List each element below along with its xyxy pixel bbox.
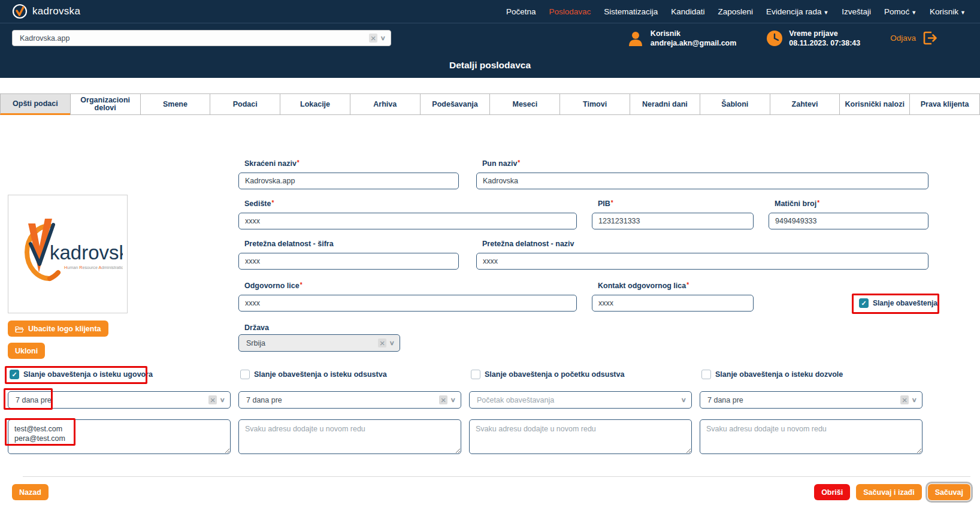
login-time-info: Vreme prijave 08.11.2023. 07:38:43 [766,29,860,48]
notif-leave-expiry-emails[interactable] [238,419,461,454]
logout-button[interactable]: Odjava [890,30,938,46]
full-name-label: Pun naziv* [482,159,520,168]
nav-item-izvestaji[interactable]: Izveštaji [842,7,871,16]
country-select[interactable]: Srbija × ∨ [238,334,400,352]
full-name-input[interactable] [476,173,928,189]
notif-leave-start-period-select[interactable]: Početak obaveštavanja ∨ [469,391,692,409]
country-label: Država [244,323,269,332]
short-name-input[interactable] [238,173,459,189]
responsible-contact-input[interactable] [592,295,754,312]
clear-icon[interactable]: × [378,338,387,347]
clock-icon [766,30,783,47]
required-asterisk: * [297,159,300,166]
reg-number-label: Matični broj* [775,199,819,208]
login-time-value: 08.11.2023. 07:38:43 [789,38,860,48]
reg-number-input[interactable] [769,213,928,229]
tab-opsti-podaci[interactable]: Opšti podaci [0,93,71,115]
tab-organizacioni-delovi[interactable]: Organizacioni delovi [70,93,141,115]
nav-item-pomoc[interactable]: Pomoć▼ [884,7,917,16]
employer-details-page: kadrovska Početna Poslodavac Sistematiza… [0,0,980,517]
nav-item-zaposleni[interactable]: Zaposleni [718,7,754,16]
responsible-person-input[interactable] [238,295,577,312]
required-asterisk: * [817,199,819,206]
pib-input[interactable] [592,213,754,229]
user-info: Korisnik andreja.akn@gmail.com [627,29,737,48]
chevron-down-icon: ▼ [911,10,917,16]
notif-contract-expiry-period-select[interactable]: 7 dana pre × ∨ [8,391,231,409]
nav-item-pocetna[interactable]: Početna [506,7,536,16]
chevron-down-icon[interactable]: ∨ [380,35,386,42]
back-button[interactable]: Nazad [12,484,49,500]
nav-item-sistematizacija[interactable]: Sistematizacija [604,7,658,16]
brand-name: kadrovska [32,5,80,17]
tab-neradni-dani[interactable]: Neradni dani [630,93,700,115]
notif-leave-expiry-checkbox[interactable] [240,370,250,379]
responsible-contact-label: Kontakt odgovornog lica* [598,282,689,290]
tab-arhiva[interactable]: Arhiva [350,93,421,115]
tab-meseci[interactable]: Meseci [489,93,560,115]
notif-leave-expiry-label: Slanje obaveštenja o isteku odsustva [254,370,387,379]
clear-icon[interactable]: × [369,34,378,43]
clear-icon[interactable]: × [208,395,217,404]
save-button[interactable]: Sačuvaj [928,484,970,500]
chevron-down-icon: ▼ [823,10,828,16]
nav-item-korisnik[interactable]: Korisnik▼ [930,7,966,16]
seat-input[interactable] [238,213,577,229]
title-bar: Detalji poslodavca [0,53,980,78]
period-value: 7 dana pre [707,396,900,404]
save-and-exit-button[interactable]: Sačuvaj i izađi [856,484,921,500]
svg-text:kadrovska: kadrovska [50,241,123,264]
nav-item-kandidati[interactable]: Kandidati [671,7,704,16]
notifications-master-checkbox[interactable] [859,298,869,308]
delete-button[interactable]: Obriši [814,484,850,500]
user-label: Korisnik [651,29,737,38]
tab-sabloni[interactable]: Šabloni [700,93,770,115]
notif-contract-expiry-emails[interactable]: test@test.com pera@test.com [8,419,231,454]
tab-lokacije[interactable]: Lokacije [280,93,350,115]
chevron-down-icon[interactable]: ∨ [389,340,395,347]
tab-podesavanja[interactable]: Podešavanja [420,93,491,115]
remove-logo-button[interactable]: Ukloni [8,343,45,359]
activity-name-input[interactable] [476,253,928,270]
client-selector[interactable]: Kadrovska.app × ∨ [12,30,391,46]
notif-permit-expiry-checkbox[interactable] [701,370,711,379]
clear-icon[interactable]: × [439,395,448,404]
tab-korisnicki-nalozi[interactable]: Korisnički nalozi [839,93,910,115]
back-label: Nazad [19,488,41,497]
notif-leave-start-label: Slanje obaveštenja o početku odsustva [485,370,624,379]
remove-logo-label: Ukloni [15,347,38,355]
chevron-down-icon[interactable]: ∨ [219,397,225,404]
tab-zahtevi[interactable]: Zahtevi [770,93,840,115]
notif-contract-expiry-checkbox[interactable] [10,370,19,379]
clear-icon[interactable]: × [900,395,909,404]
notif-leave-start-checkbox[interactable] [471,370,480,379]
sub-header: Kadrovska.app × ∨ Korisnik andreja.akn@g… [0,23,980,53]
app-brand[interactable]: kadrovska [12,4,80,19]
nav-item-evidencija-rada[interactable]: Evidencija rada▼ [766,7,828,16]
required-asterisk: * [271,199,274,206]
chevron-down-icon[interactable]: ∨ [911,397,917,404]
notif-permit-expiry-period-select[interactable]: 7 dana pre × ∨ [700,391,922,409]
tab-smene[interactable]: Smene [140,93,211,115]
upload-logo-label: Ubacite logo klijenta [28,325,101,333]
upload-logo-button[interactable]: Ubacite logo klijenta [8,321,108,337]
client-logo-preview: kadrovska Human Resource Administration [8,195,128,313]
session-info: Korisnik andreja.akn@gmail.com Vreme pri… [627,29,938,48]
tab-prava-klijenta[interactable]: Prava klijenta [909,93,980,115]
period-value: 7 dana pre [16,396,208,404]
notif-permit-expiry-emails[interactable] [700,419,922,454]
client-selector-value: Kadrovska.app [20,34,369,43]
chevron-down-icon[interactable]: ∨ [450,397,456,404]
logout-label: Odjava [890,34,916,43]
notif-leave-expiry-period-select[interactable]: 7 dana pre × ∨ [238,391,461,409]
seat-label: Sedište* [244,199,274,208]
tab-podaci[interactable]: Podaci [210,93,280,115]
chevron-down-icon[interactable]: ∨ [680,397,686,404]
login-time-label: Vreme prijave [789,29,860,38]
tab-timovi[interactable]: Timovi [559,93,630,115]
notifications-master-row: Slanje obaveštenja [859,298,937,308]
notif-leave-start-emails[interactable] [469,419,692,454]
activity-code-input[interactable] [238,253,459,270]
period-placeholder: Početak obaveštavanja [477,396,678,404]
nav-item-poslodavac[interactable]: Poslodavac [549,7,591,16]
